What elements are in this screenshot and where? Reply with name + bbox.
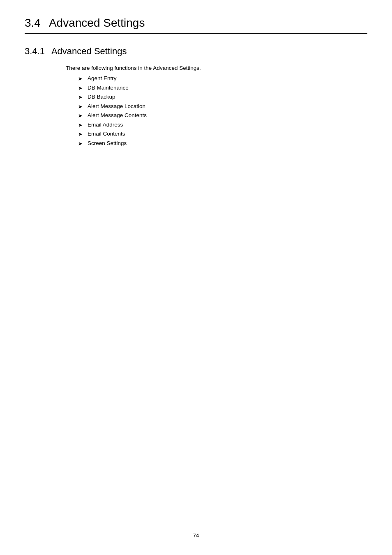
bullet-arrow-icon: ➤ xyxy=(78,93,83,101)
list-item-label: Agent Entry xyxy=(88,74,117,83)
bullet-list: ➤Agent Entry➤DB Maintenance➤DB Backup➤Al… xyxy=(78,74,367,147)
list-item: ➤Agent Entry xyxy=(78,74,367,83)
bullet-arrow-icon: ➤ xyxy=(78,112,83,120)
list-item-label: Screen Settings xyxy=(88,139,127,147)
list-item: ➤DB Backup xyxy=(78,93,367,101)
subsection-title-text: Advanced Settings xyxy=(51,46,127,56)
list-item: ➤Email Address xyxy=(78,121,367,129)
page-container: 3.4Advanced Settings 3.4.1Advanced Setti… xyxy=(0,0,392,555)
list-item-label: Alert Message Location xyxy=(88,102,145,111)
bullet-arrow-icon: ➤ xyxy=(78,84,83,92)
bullet-arrow-icon: ➤ xyxy=(78,103,83,111)
list-item-label: DB Maintenance xyxy=(88,84,129,92)
list-item-label: DB Backup xyxy=(88,93,115,101)
section-header: 3.4Advanced Settings xyxy=(25,16,367,34)
list-item: ➤Screen Settings xyxy=(78,139,367,148)
intro-text: There are following functions in the Adv… xyxy=(66,65,367,71)
list-item-label: Alert Message Contents xyxy=(88,111,147,120)
list-item-label: Email Address xyxy=(88,121,123,129)
subsection-title: 3.4.1Advanced Settings xyxy=(25,46,367,57)
bullet-arrow-icon: ➤ xyxy=(78,121,83,129)
list-item-label: Email Contents xyxy=(88,130,125,138)
list-item: ➤Alert Message Contents xyxy=(78,111,367,120)
list-item: ➤Email Contents xyxy=(78,130,367,138)
subsection-number: 3.4.1 xyxy=(25,46,45,56)
bullet-arrow-icon: ➤ xyxy=(78,130,83,138)
bullet-arrow-icon: ➤ xyxy=(78,75,83,83)
section-title: Advanced Settings xyxy=(49,16,145,29)
page-number: 74 xyxy=(193,532,199,539)
section-number: 3.4 xyxy=(25,16,41,29)
list-item: ➤Alert Message Location xyxy=(78,102,367,111)
bullet-arrow-icon: ➤ xyxy=(78,140,83,148)
list-item: ➤DB Maintenance xyxy=(78,84,367,92)
